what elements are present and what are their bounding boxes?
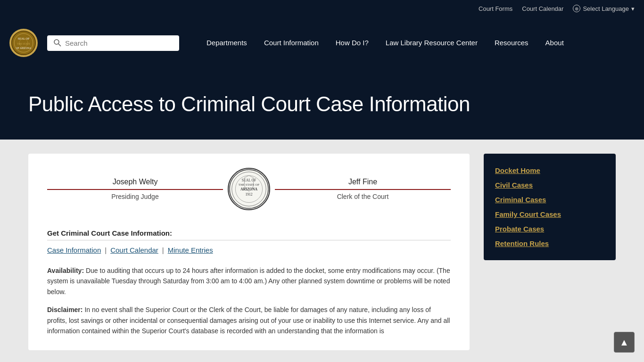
nav-item-law-library[interactable]: Law Library Resource Center (377, 33, 486, 52)
disclaimer-text: In no event shall the Superior Court or … (47, 306, 450, 335)
availability-paragraph: Availability: Due to auditing that occur… (47, 265, 451, 297)
page-title: Public Access to Criminal Court Case Inf… (28, 92, 616, 116)
clerk-title: Clerk of the Court (275, 193, 451, 200)
court-calendar-link[interactable]: Court Calendar (522, 5, 563, 12)
svg-text:THE STATE: THE STATE (17, 42, 30, 45)
back-to-top-button[interactable]: ▲ (614, 332, 635, 353)
sidebar-item-criminal-cases[interactable]: Criminal Cases (495, 192, 604, 207)
svg-text:ARIZONA: ARIZONA (240, 187, 258, 191)
sidebar-item-family-court-cases[interactable]: Family Court Cases (495, 207, 604, 222)
availability-label: Availability: (47, 267, 84, 274)
case-information-link[interactable]: Case Information (47, 246, 101, 254)
nav-item-resources[interactable]: Resources (486, 33, 537, 52)
clerk-name: Jeff Fine (275, 178, 451, 190)
separator-2: | (162, 246, 164, 254)
case-info-heading: Get Criminal Court Case Information: (47, 229, 451, 240)
main-content: Joseph Welty Presiding Judge SEAL OF THE… (28, 154, 470, 350)
svg-text:OF ARIZONA: OF ARIZONA (16, 47, 31, 49)
select-language-label: Select Language (583, 5, 629, 12)
court-seal: SEAL OF THE STATE OF ARIZONA 1912 (223, 168, 275, 210)
svg-text:SEAL OF: SEAL OF (17, 37, 30, 40)
nav-item-about[interactable]: About (537, 33, 572, 52)
svg-text:SEAL OF: SEAL OF (242, 178, 256, 182)
disclaimer-paragraph: Disclaimer: In no event shall the Superi… (47, 304, 451, 336)
search-icon (54, 39, 61, 47)
search-box[interactable] (47, 35, 179, 51)
search-input[interactable] (65, 39, 173, 47)
clerk-block: Jeff Fine Clerk of the Court (275, 178, 451, 200)
sidebar-item-probate-cases[interactable]: Probate Cases (495, 222, 604, 236)
content-area: Joseph Welty Presiding Judge SEAL OF THE… (0, 140, 644, 362)
nav-links: Departments Court Information How Do I? … (198, 33, 635, 52)
svg-point-6 (54, 40, 59, 44)
presiding-judge-title: Presiding Judge (47, 193, 223, 200)
svg-text:THE STATE OF: THE STATE OF (239, 183, 260, 186)
chevron-down-icon: ▾ (631, 5, 635, 12)
svg-line-7 (58, 44, 61, 46)
main-navigation: SEAL OF THE STATE OF ARIZONA Departments… (0, 17, 644, 69)
separator-1: | (105, 246, 107, 254)
presiding-judge-block: Joseph Welty Presiding Judge (47, 178, 223, 200)
sidebar-nav: Docket Home Civil Cases Criminal Cases F… (484, 154, 616, 260)
court-calendar-link-main[interactable]: Court Calendar (110, 246, 158, 254)
court-forms-link[interactable]: Court Forms (479, 5, 512, 12)
sidebar-item-retention-rules[interactable]: Retention Rules (495, 236, 604, 251)
presiding-judge-name: Joseph Welty (47, 178, 223, 190)
sidebar: Docket Home Civil Cases Criminal Cases F… (484, 154, 616, 350)
availability-text: Due to auditing that occurs up to 24 hou… (47, 267, 450, 296)
globe-icon: ⊕ (573, 5, 580, 12)
svg-text:1912: 1912 (245, 192, 252, 197)
nav-item-departments[interactable]: Departments (198, 33, 256, 52)
disclaimer-label: Disclaimer: (47, 306, 83, 313)
logo-area: SEAL OF THE STATE OF ARIZONA (9, 29, 38, 57)
judge-section: Joseph Welty Presiding Judge SEAL OF THE… (47, 168, 451, 215)
site-logo[interactable]: SEAL OF THE STATE OF ARIZONA (9, 29, 38, 57)
nav-item-how-do-i[interactable]: How Do I? (327, 33, 377, 52)
nav-item-court-information[interactable]: Court Information (256, 33, 327, 52)
case-links: Case Information | Court Calendar | Minu… (47, 246, 451, 254)
sidebar-item-docket-home[interactable]: Docket Home (495, 163, 604, 178)
top-bar: Court Forms Court Calendar ⊕ Select Lang… (0, 0, 644, 17)
seal-image: SEAL OF THE STATE OF ARIZONA 1912 (228, 168, 270, 210)
language-selector[interactable]: ⊕ Select Language ▾ (573, 5, 635, 12)
sidebar-item-civil-cases[interactable]: Civil Cases (495, 178, 604, 192)
minute-entries-link[interactable]: Minute Entries (168, 246, 213, 254)
hero-section: Public Access to Criminal Court Case Inf… (0, 69, 644, 140)
